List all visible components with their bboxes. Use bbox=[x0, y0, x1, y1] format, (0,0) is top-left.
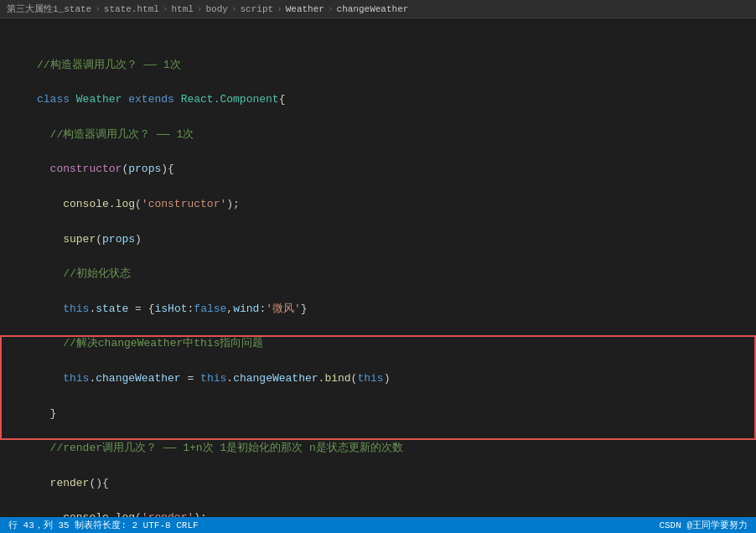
code-line: this.changeWeather = this.changeWeather.… bbox=[7, 370, 749, 388]
code-content[interactable]: //构造器调用几次？ —— 1次 class Weather extends R… bbox=[0, 18, 756, 517]
code-line: //构造器调用几次？ —— 1次 bbox=[7, 57, 749, 75]
breadcrumb-text: 第三大属性1_state bbox=[7, 3, 91, 15]
breadcrumb-html: html bbox=[171, 4, 193, 14]
code-line: //构造器调用几次？ —— 1次 bbox=[7, 127, 749, 144]
code-line: this.state = {isHot:false,wind:'微风'} bbox=[7, 301, 749, 318]
code-line: console.log('render'); bbox=[7, 510, 749, 517]
code-line: super(props) bbox=[7, 231, 749, 249]
breadcrumb-changeweather: changeWeather bbox=[337, 4, 409, 14]
breadcrumb-body: body bbox=[205, 4, 227, 14]
status-csdn: CSDN @王同学要努力 bbox=[659, 519, 748, 531]
breadcrumb-state: state.html bbox=[104, 4, 159, 14]
breadcrumb-weather: Weather bbox=[286, 4, 324, 14]
editor-container: 第三大属性1_state › state.html › html › body … bbox=[0, 0, 756, 533]
code-line: console.log('constructor'); bbox=[7, 196, 749, 214]
status-bar: 行 43，列 35 制表符长度: 2 UTF-8 CRLF CSDN @王同学要… bbox=[0, 517, 756, 533]
status-position: 行 43，列 35 制表符长度: 2 UTF-8 CRLF bbox=[8, 519, 199, 531]
code-line: //初始化状态 bbox=[7, 266, 749, 283]
code-line: //render调用几次？ —— 1+n次 1是初始化的那次 n是状态更新的次数 bbox=[7, 440, 749, 458]
code-line: //解决changeWeather中this指向问题 bbox=[7, 335, 749, 353]
code-line: class Weather extends React.Component{ bbox=[7, 91, 749, 109]
breadcrumb: 第三大属性1_state › state.html › html › body … bbox=[0, 0, 756, 18]
code-area: //构造器调用几次？ —— 1次 class Weather extends R… bbox=[0, 18, 756, 517]
code-line: constructor(props){ bbox=[7, 161, 749, 179]
code-line: } bbox=[7, 406, 749, 423]
breadcrumb-script: script bbox=[240, 4, 273, 14]
code-line: render(){ bbox=[7, 475, 749, 493]
